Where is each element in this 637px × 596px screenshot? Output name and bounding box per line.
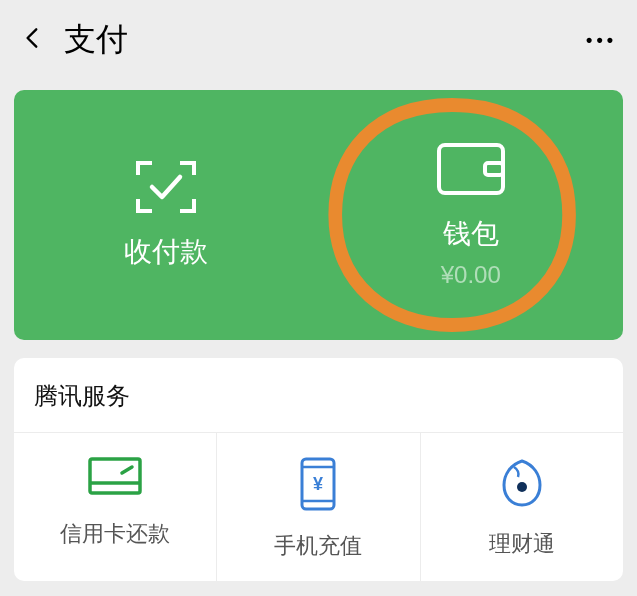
phone-yen-icon: ¥: [298, 457, 338, 515]
wallet-balance: ¥0.00: [441, 261, 501, 289]
more-icon: •••: [586, 30, 617, 50]
wallet-icon: [435, 141, 507, 197]
more-button[interactable]: •••: [586, 30, 617, 51]
main-card: 收付款 钱包 ¥0.00: [14, 90, 623, 340]
service-licaitong[interactable]: 理财通: [421, 433, 623, 581]
svg-rect-0: [439, 145, 503, 193]
service-label: 手机充值: [274, 531, 362, 561]
service-label: 理财通: [489, 529, 555, 559]
section-title: 腾讯服务: [14, 358, 623, 432]
credit-card-icon: [88, 457, 142, 503]
header-left: 支付: [20, 18, 128, 62]
header: 支付 •••: [0, 0, 637, 80]
svg-point-8: [517, 482, 527, 492]
wallet-button[interactable]: 钱包 ¥0.00: [319, 90, 624, 340]
svg-rect-1: [485, 163, 503, 175]
back-button[interactable]: [20, 25, 46, 55]
scan-check-icon: [134, 159, 198, 215]
svg-text:¥: ¥: [313, 474, 323, 494]
svg-rect-2: [90, 459, 140, 493]
wallet-label: 钱包: [443, 215, 499, 253]
tencent-services-section: 腾讯服务 信用卡还款 ¥ 手机充值: [14, 358, 623, 581]
pay-receive-label: 收付款: [124, 233, 208, 271]
services-grid: 信用卡还款 ¥ 手机充值 理财通: [14, 432, 623, 581]
chevron-left-icon: [20, 25, 46, 51]
service-label: 信用卡还款: [60, 519, 170, 549]
pay-receive-button[interactable]: 收付款: [14, 90, 319, 340]
service-phone-topup[interactable]: ¥ 手机充值: [217, 433, 420, 581]
page-title: 支付: [64, 18, 128, 62]
service-credit-card[interactable]: 信用卡还款: [14, 433, 217, 581]
finance-icon: [496, 457, 548, 513]
